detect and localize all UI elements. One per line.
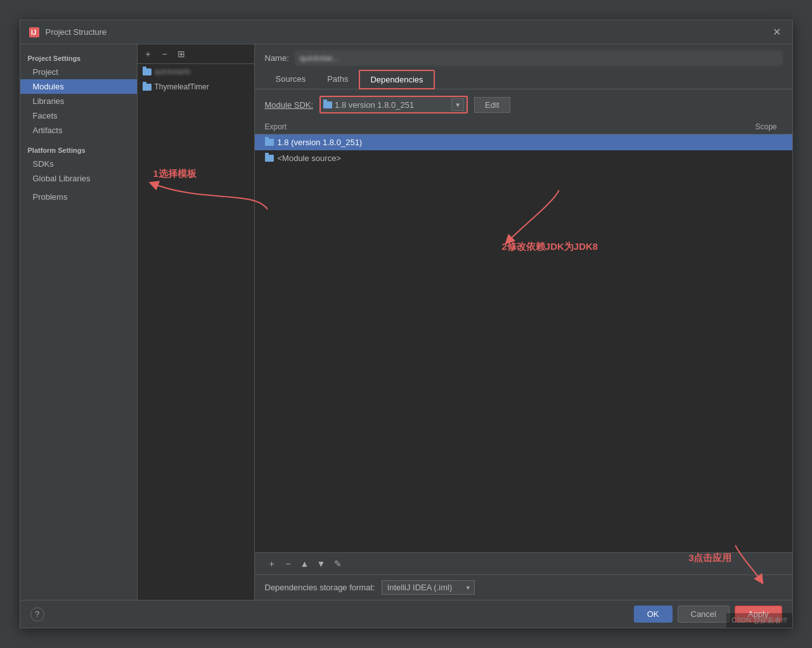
dep-row-text-2: <Module source> — [278, 153, 731, 163]
dep-format-select[interactable]: IntelliJ IDEA (.iml) Eclipse (.classpath… — [382, 580, 475, 595]
dialog-content: Project Settings Project Modules Librari… — [20, 44, 792, 600]
module-item-quickstarts[interactable]: quickstarts — [138, 64, 254, 79]
project-settings-section: Project Settings — [20, 49, 137, 65]
sdk-dropdown-button[interactable]: ▼ — [451, 98, 464, 111]
copy-module-button[interactable]: ⊞ — [174, 47, 188, 61]
sidebar-item-sdks[interactable]: SDKs — [20, 157, 137, 171]
module-list: + − ⊞ quickstarts ThymeleafTimer — [138, 44, 255, 600]
dialog-title: Project Structure — [46, 27, 770, 37]
sdk-label: Module SDK: — [265, 100, 314, 110]
footer-help: ? — [30, 607, 634, 621]
dep-table-body: 1.8 (version 1.8.0_251) <Module source> — [255, 134, 792, 552]
help-button[interactable]: ? — [30, 607, 44, 621]
footer-buttons: OK Cancel Apply — [634, 606, 782, 623]
dep-row-jdk[interactable]: 1.8 (version 1.8.0_251) — [255, 134, 792, 150]
folder-icon — [143, 68, 151, 75]
apply-button[interactable]: Apply — [735, 606, 782, 623]
sidebar-item-project[interactable]: Project — [20, 65, 137, 79]
dep-folder-icon — [265, 139, 274, 146]
name-row: Name: — [255, 44, 792, 69]
add-module-button[interactable]: + — [141, 47, 155, 61]
sidebar-item-problems[interactable]: Problems — [20, 190, 137, 204]
sdk-select-wrapper: 1.8 version 1.8.0_251 ▼ — [319, 96, 468, 113]
dep-row-module-source[interactable]: <Module source> — [255, 150, 792, 166]
folder-icon — [143, 84, 151, 91]
module-items-list: quickstarts ThymeleafTimer — [138, 64, 254, 600]
title-bar: IJ Project Structure ✕ — [20, 20, 792, 44]
tab-dependencies[interactable]: Dependencies — [359, 70, 434, 89]
dep-format-label: Dependencies storage format: — [265, 583, 375, 592]
module-list-toolbar: + − ⊞ — [138, 44, 254, 64]
sdk-edit-button[interactable]: Edit — [474, 97, 510, 113]
module-item-thymelaeftimer[interactable]: ThymeleafTimer — [138, 79, 254, 94]
sdk-row: Module SDK: 1.8 version 1.8.0_251 ▼ Edit — [255, 89, 792, 120]
move-down-button[interactable]: ▼ — [314, 557, 328, 571]
add-dep-button[interactable]: + — [265, 557, 279, 571]
col-export: Export — [265, 122, 731, 131]
sidebar-item-facets[interactable]: Facets — [20, 108, 137, 123]
edit-dep-button[interactable]: ✎ — [331, 557, 345, 571]
sidebar-item-libraries[interactable]: Libraries — [20, 94, 137, 108]
col-scope: Scope — [731, 122, 782, 131]
sdk-folder-icon — [323, 101, 332, 108]
footer-row: ? OK Cancel Apply — [20, 600, 792, 628]
app-icon: IJ — [28, 26, 41, 39]
move-up-button[interactable]: ▲ — [298, 557, 312, 571]
remove-dep-button[interactable]: − — [281, 557, 295, 571]
name-label: Name: — [265, 53, 289, 63]
ok-button[interactable]: OK — [634, 606, 673, 623]
dep-table-header: Export Scope — [255, 120, 792, 134]
remove-module-button[interactable]: − — [158, 47, 172, 61]
cancel-button[interactable]: Cancel — [678, 606, 730, 623]
bottom-toolbar: + − ▲ ▼ ✎ — [255, 552, 792, 574]
sidebar: Project Settings Project Modules Librari… — [20, 44, 138, 600]
tab-paths[interactable]: Paths — [316, 70, 359, 89]
svg-text:IJ: IJ — [31, 29, 36, 36]
close-button[interactable]: ✕ — [770, 25, 785, 40]
sidebar-item-artifacts[interactable]: Artifacts — [20, 123, 137, 138]
project-structure-dialog: IJ Project Structure ✕ Project Settings … — [20, 20, 793, 628]
platform-settings-section: Platform Settings — [20, 141, 137, 157]
dep-row-text: 1.8 (version 1.8.0_251) — [278, 138, 731, 147]
right-panel: Name: Sources Paths Dependencies Module … — [255, 44, 792, 600]
dep-format-select-wrapper: IntelliJ IDEA (.iml) Eclipse (.classpath… — [382, 580, 475, 595]
dep-folder-icon-2 — [265, 155, 274, 162]
sidebar-item-global-libraries[interactable]: Global Libraries — [20, 171, 137, 186]
sidebar-item-modules[interactable]: Modules — [20, 79, 137, 94]
tab-sources[interactable]: Sources — [265, 70, 317, 89]
sdk-value: 1.8 version 1.8.0_251 — [335, 100, 449, 110]
dep-format-row: Dependencies storage format: IntelliJ ID… — [255, 574, 792, 600]
name-input[interactable] — [295, 51, 782, 65]
tabs-row: Sources Paths Dependencies — [255, 69, 792, 89]
